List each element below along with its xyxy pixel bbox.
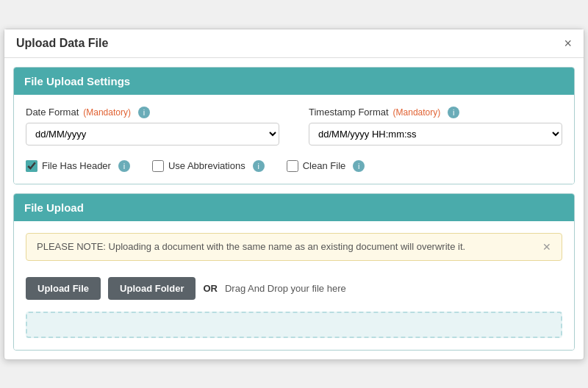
- date-format-group: Date Format (Mandatory) i dd/MM/yyyy MM/…: [26, 107, 279, 146]
- file-upload-settings-body: Date Format (Mandatory) i dd/MM/yyyy MM/…: [14, 95, 574, 184]
- upload-file-button[interactable]: Upload File: [26, 277, 101, 300]
- upload-folder-button[interactable]: Upload Folder: [108, 277, 196, 300]
- file-has-header-group: File Has Header i: [26, 160, 130, 172]
- upload-row: Upload File Upload Folder OR Drag And Dr…: [26, 273, 562, 304]
- file-upload-settings-title: File Upload Settings: [24, 75, 130, 87]
- file-has-header-info-icon[interactable]: i: [118, 160, 130, 172]
- timestamp-format-group: Timestamp Format (Mandatory) i dd/MM/yyy…: [309, 107, 562, 146]
- drag-drop-label: Drag And Drop your file here: [225, 283, 346, 294]
- timestamp-format-info-icon[interactable]: i: [448, 107, 459, 118]
- clean-file-info-icon[interactable]: i: [353, 160, 365, 172]
- file-has-header-checkbox[interactable]: [26, 160, 37, 172]
- notice-box: PLEASE NOTE: Uploading a document with t…: [26, 233, 562, 261]
- use-abbreviations-group: Use Abbreviations i: [152, 160, 265, 172]
- file-upload-section: File Upload PLEASE NOTE: Uploading a doc…: [13, 193, 575, 351]
- date-format-mandatory: (Mandatory): [83, 107, 131, 118]
- date-format-info-icon[interactable]: i: [138, 107, 150, 118]
- notice-close-button[interactable]: ✕: [542, 241, 551, 253]
- file-upload-body: PLEASE NOTE: Uploading a document with t…: [14, 221, 574, 350]
- date-format-label: Date Format (Mandatory) i: [26, 107, 279, 118]
- clean-file-group: Clean File i: [287, 160, 365, 172]
- timestamp-format-select[interactable]: dd/MM/yyyy HH:mm:ss MM/dd/yyyy HH:mm:ss …: [309, 123, 562, 146]
- upload-dialog: Upload Data File × File Upload Settings …: [4, 29, 584, 360]
- file-upload-settings-section: File Upload Settings Date Format (Mandat…: [13, 67, 575, 184]
- use-abbreviations-label: Use Abbreviations: [168, 160, 245, 171]
- file-upload-header: File Upload: [14, 194, 574, 221]
- or-label: OR: [203, 283, 218, 294]
- notice-text: PLEASE NOTE: Uploading a document with t…: [37, 241, 465, 252]
- file-upload-title: File Upload: [24, 201, 84, 214]
- clean-file-checkbox[interactable]: [287, 160, 298, 172]
- date-format-select[interactable]: dd/MM/yyyy MM/dd/yyyy yyyy/MM/dd dd-MM-y…: [26, 123, 279, 146]
- timestamp-format-label: Timestamp Format (Mandatory) i: [309, 107, 562, 118]
- format-row: Date Format (Mandatory) i dd/MM/yyyy MM/…: [26, 107, 562, 146]
- file-upload-settings-header: File Upload Settings: [14, 68, 574, 95]
- modal-header: Upload Data File ×: [4, 29, 584, 58]
- modal-title: Upload Data File: [16, 37, 108, 50]
- checkboxes-row: File Has Header i Use Abbreviations i Cl…: [26, 157, 562, 172]
- file-has-header-label: File Has Header: [42, 160, 111, 171]
- clean-file-label: Clean File: [303, 160, 346, 171]
- drop-zone[interactable]: [26, 312, 562, 338]
- use-abbreviations-checkbox[interactable]: [152, 160, 164, 172]
- use-abbreviations-info-icon[interactable]: i: [253, 160, 265, 172]
- close-button[interactable]: ×: [564, 37, 572, 50]
- timestamp-format-mandatory: (Mandatory): [393, 107, 441, 118]
